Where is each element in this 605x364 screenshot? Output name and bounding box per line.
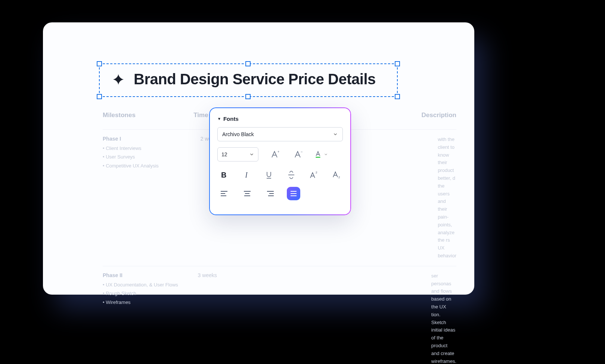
milestone-item: • UX Documentation, & User Flows <box>103 280 198 289</box>
fonts-panel[interactable]: ▼ Fonts Archivo Black 12 + − B I 2 2 <box>209 107 351 215</box>
time-value: 3 weeks <box>198 272 266 278</box>
resize-handle-tl[interactable] <box>97 61 102 66</box>
milestone-item: • Client Interviews <box>103 144 201 153</box>
resize-handle-bl[interactable] <box>97 94 102 99</box>
italic-button[interactable]: I <box>240 168 252 182</box>
phase-label: Phase II <box>103 272 198 278</box>
decrease-font-button[interactable]: − <box>291 148 305 161</box>
page-title[interactable]: Brand Design Service Price Details <box>134 71 376 88</box>
resize-handle-tr[interactable] <box>395 61 400 66</box>
bold-button[interactable]: B <box>217 168 230 182</box>
collapse-triangle-icon[interactable]: ▼ <box>217 117 221 121</box>
fonts-panel-title[interactable]: ▼ Fonts <box>217 116 343 122</box>
svg-text:2: 2 <box>338 176 340 179</box>
font-family-value: Archivo Black <box>222 131 254 137</box>
font-size-value: 12 <box>221 151 227 157</box>
sparkle-icon <box>112 73 125 86</box>
milestone-item: • User Surveys <box>103 153 201 161</box>
superscript-button[interactable]: 2 <box>307 168 320 182</box>
resize-handle-br[interactable] <box>395 94 400 99</box>
align-justify-button[interactable] <box>287 187 300 200</box>
milestone-item: • Rough Sketch <box>103 289 198 298</box>
milestone-item: • Wireframes <box>103 298 198 307</box>
col-header-milestones: Milestones <box>103 112 193 119</box>
description-text: ser personas and flows based on the UX t… <box>327 272 456 364</box>
svg-text:+: + <box>277 150 279 154</box>
phase-label: Phase I <box>103 136 201 142</box>
svg-text:2: 2 <box>316 171 317 174</box>
align-right-button[interactable] <box>264 187 277 200</box>
table-row: Phase II • UX Documentation, & User Flow… <box>103 266 456 364</box>
align-left-button[interactable] <box>217 187 231 200</box>
chevron-down-icon <box>249 152 254 157</box>
resize-handle-tc[interactable] <box>245 61 251 66</box>
strikethrough-button[interactable] <box>285 168 298 182</box>
font-size-select[interactable]: 12 <box>217 147 258 161</box>
align-center-button[interactable] <box>241 187 254 200</box>
milestone-item: • Competitive UX Analysis <box>103 161 201 170</box>
font-family-select[interactable]: Archivo Black <box>217 127 343 141</box>
subscript-button[interactable]: 2 <box>330 168 343 182</box>
underline-button[interactable] <box>263 168 275 182</box>
increase-font-button[interactable]: + <box>268 148 282 161</box>
resize-handle-bc[interactable] <box>245 94 251 99</box>
description-text: with the client to know their product be… <box>333 136 456 260</box>
chevron-down-icon <box>324 152 328 157</box>
svg-text:−: − <box>301 150 302 154</box>
font-color-button[interactable] <box>314 148 328 161</box>
chevron-down-icon <box>333 132 338 137</box>
